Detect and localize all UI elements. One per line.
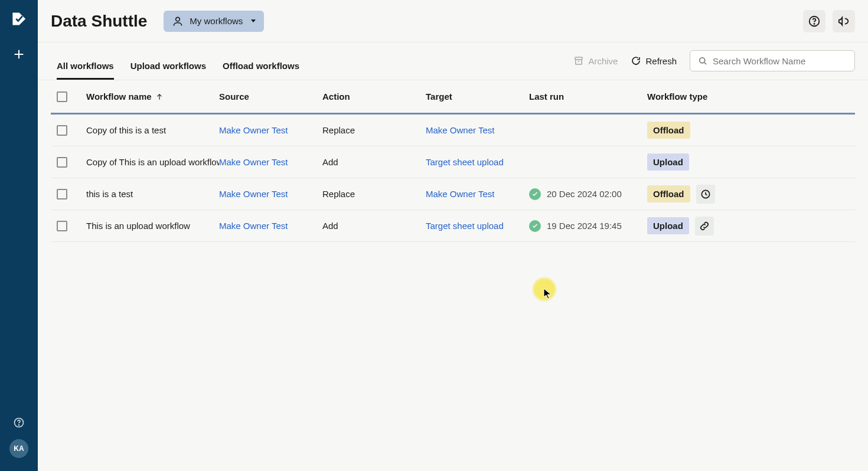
- search-icon: [697, 55, 708, 66]
- search-input[interactable]: [713, 56, 847, 66]
- cell-workflow-type: Offload: [647, 185, 836, 204]
- sidebar: KA: [0, 0, 38, 471]
- svg-point-4: [814, 24, 814, 24]
- col-target[interactable]: Target: [426, 91, 529, 102]
- cell-source-link[interactable]: Make Owner Test: [219, 125, 322, 135]
- link-icon[interactable]: [695, 217, 714, 236]
- tab-upload-workflows[interactable]: Upload workflows: [130, 61, 206, 80]
- row-checkbox[interactable]: [57, 125, 67, 136]
- add-button[interactable]: [8, 44, 30, 65]
- cell-workflow-type: Offload: [647, 122, 836, 139]
- archive-icon: [573, 55, 584, 66]
- help-button[interactable]: [803, 10, 825, 32]
- col-workflow-name[interactable]: Workflow name: [86, 91, 219, 102]
- megaphone-icon: [837, 15, 850, 28]
- dropdown-label: My workflows: [190, 16, 243, 26]
- cell-workflow-name: Copy of This is an upload workflow: [86, 157, 219, 167]
- col-source[interactable]: Source: [219, 91, 322, 102]
- table-row[interactable]: Copy of This is an upload workflowMake O…: [51, 146, 855, 178]
- cell-target-link[interactable]: Target sheet upload: [426, 221, 529, 231]
- col-workflow-type[interactable]: Workflow type: [647, 91, 836, 102]
- status-success-icon: [529, 188, 541, 200]
- refresh-icon: [631, 55, 641, 66]
- cell-action: Replace: [322, 125, 426, 135]
- table-row[interactable]: this is a testMake Owner TestReplaceMake…: [51, 178, 855, 210]
- clock-icon[interactable]: [696, 185, 715, 204]
- page-title: Data Shuttle: [51, 12, 147, 31]
- tab-offload-workflows[interactable]: Offload workflows: [223, 61, 299, 80]
- svg-point-6: [700, 58, 705, 63]
- col-last-run[interactable]: Last run: [529, 91, 647, 102]
- cell-last-run: 20 Dec 2024 02:00: [529, 188, 647, 200]
- row-checkbox[interactable]: [57, 221, 67, 231]
- user-avatar[interactable]: KA: [9, 439, 28, 458]
- cell-target-link[interactable]: Make Owner Test: [426, 189, 529, 199]
- row-checkbox[interactable]: [57, 189, 67, 199]
- select-all-checkbox[interactable]: [57, 91, 67, 102]
- archive-button: Archive: [573, 55, 618, 66]
- sort-asc-icon: [155, 93, 164, 101]
- type-badge: Upload: [647, 153, 689, 171]
- cell-workflow-type: Upload: [647, 153, 836, 171]
- svg-point-1: [19, 425, 19, 426]
- cell-workflow-name: this is a test: [86, 189, 219, 199]
- table-row[interactable]: Copy of this is a testMake Owner TestRep…: [51, 115, 855, 146]
- svg-rect-5: [575, 57, 582, 60]
- caret-down-icon: [251, 19, 256, 22]
- help-icon: [808, 15, 821, 28]
- person-icon: [172, 15, 184, 27]
- refresh-button[interactable]: Refresh: [631, 55, 677, 66]
- cell-workflow-name: Copy of this is a test: [86, 125, 219, 135]
- cell-source-link[interactable]: Make Owner Test: [219, 221, 322, 231]
- header: Data Shuttle My workflows: [38, 0, 868, 42]
- cell-workflow-type: Upload: [647, 217, 836, 236]
- cell-action: Replace: [322, 189, 426, 199]
- workflows-dropdown[interactable]: My workflows: [164, 11, 264, 32]
- app-logo-icon[interactable]: [11, 11, 27, 27]
- workflow-table: Workflow name Source Action Target Last …: [51, 80, 855, 242]
- cell-target-link[interactable]: Target sheet upload: [426, 157, 529, 167]
- col-action[interactable]: Action: [322, 91, 426, 102]
- cell-action: Add: [322, 157, 426, 167]
- cell-source-link[interactable]: Make Owner Test: [219, 189, 322, 199]
- search-box[interactable]: [690, 50, 855, 71]
- type-badge: Offload: [647, 122, 690, 139]
- svg-point-2: [176, 17, 180, 21]
- tab-all-workflows[interactable]: All workflows: [57, 61, 114, 80]
- cell-source-link[interactable]: Make Owner Test: [219, 157, 322, 167]
- cell-last-run: 19 Dec 2024 19:45: [529, 220, 647, 232]
- type-badge: Offload: [647, 185, 690, 202]
- sidebar-help-icon[interactable]: [13, 417, 25, 429]
- cell-action: Add: [322, 221, 426, 231]
- announcements-button[interactable]: [833, 10, 855, 32]
- table-row[interactable]: This is an upload workflowMake Owner Tes…: [51, 210, 855, 242]
- cell-target-link[interactable]: Make Owner Test: [426, 125, 529, 135]
- status-success-icon: [529, 220, 541, 232]
- table-header: Workflow name Source Action Target Last …: [51, 80, 855, 115]
- row-checkbox[interactable]: [57, 157, 67, 168]
- type-badge: Upload: [647, 217, 689, 234]
- cell-workflow-name: This is an upload workflow: [86, 221, 219, 231]
- main-area: Data Shuttle My workflows: [38, 0, 868, 471]
- toolbar: All workflowsUpload workflowsOffload wor…: [38, 42, 868, 80]
